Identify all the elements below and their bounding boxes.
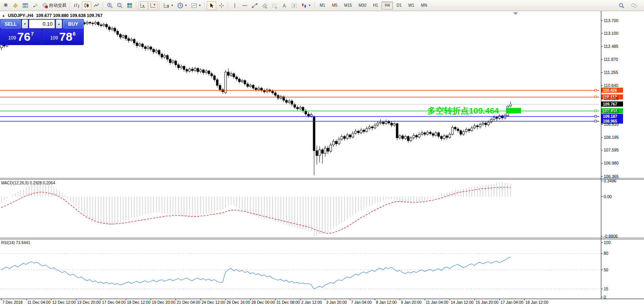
chevron-down-icon[interactable]: ▼ (198, 4, 201, 7)
tile-windows-button[interactable] (125, 1, 134, 10)
zoom-out-button[interactable] (115, 1, 125, 10)
cursor-button[interactable] (207, 1, 216, 10)
timeframe-m5-button[interactable]: M5 (329, 2, 341, 9)
svg-text:110.640: 110.640 (604, 83, 618, 88)
label-tool-button[interactable]: T (289, 1, 299, 10)
candle-chart-button[interactable] (82, 1, 91, 10)
timeframe-w1-button[interactable]: W1 (405, 2, 417, 9)
svg-text:107.595: 107.595 (604, 148, 619, 152)
mt4-window: 单自动交易▼▼▼EFAT▼M1M5M15M30H1H4D1W1MN 110.42… (0, 0, 644, 307)
macd-indicator-label: MACD(12,26,9) 0.2928 0.2064 (1, 181, 55, 185)
buy-price-pip: 6 (73, 31, 76, 45)
search-button[interactable] (617, 1, 626, 10)
lot-increase-button[interactable]: ▲ (56, 19, 62, 28)
buy-price-display[interactable]: 109 78 6 (42, 29, 83, 45)
toolbar-separator (159, 2, 160, 9)
new-order-cut-button[interactable]: 单 (1, 1, 10, 10)
signal-button[interactable] (30, 1, 40, 10)
chevron-down-icon[interactable]: ▼ (308, 4, 311, 7)
svg-text:9 Jan 20:00: 9 Jan 20:00 (401, 300, 422, 305)
chart-shift-button[interactable] (148, 1, 158, 10)
svg-text:106.980: 106.980 (604, 161, 619, 165)
auto-trading-button[interactable]: 自动交易 (40, 1, 68, 10)
text-a-icon: A (281, 2, 287, 9)
svg-text:7 Dec 2018: 7 Dec 2018 (2, 300, 23, 305)
gold-doc-icon (12, 2, 19, 9)
timeframe-d1-button[interactable]: D1 (393, 2, 405, 9)
collapse-panel-icon[interactable]: ▲ (2, 14, 5, 17)
ohlc-values: 109.677 109.880 109.638 109.767 (36, 13, 102, 18)
timeframe-mn-button[interactable]: MN (418, 2, 431, 9)
svg-text:18 Jan 12:00: 18 Jan 12:00 (525, 300, 548, 305)
chart-canvas[interactable]: 110.426110.112109.767109.464109.187108.9… (0, 0, 644, 307)
price-lines-layer: 110.426110.112109.767109.464109.187108.9… (0, 88, 623, 124)
new-order-button[interactable] (11, 1, 20, 10)
sell-button[interactable]: SELL (0, 19, 21, 28)
svg-text:-0.8806: -0.8806 (604, 234, 618, 239)
rsi-line (1, 257, 510, 289)
timeframe-m15-button[interactable]: M15 (341, 2, 355, 9)
chevron-down-icon[interactable]: ▼ (171, 4, 174, 7)
toolbar-separator (314, 2, 315, 9)
toolbar-separator (204, 2, 205, 9)
svg-text:11 Dec 04:00: 11 Dec 04:00 (27, 300, 51, 305)
autoscroll-icon (140, 2, 146, 9)
svg-text:18 Dec 12:00: 18 Dec 12:00 (127, 300, 151, 305)
symbol-period-label: USDJPY-,H4 (8, 13, 33, 18)
templates-button[interactable]: ▼ (189, 1, 203, 10)
sell-price-display[interactable]: 109 76 7 (0, 29, 42, 45)
trendline-tool-button[interactable] (250, 1, 259, 10)
svg-text:3 Jan 20:00: 3 Jan 20:00 (326, 300, 347, 305)
channel-tool-button[interactable]: E (260, 1, 269, 10)
clock-icon (177, 2, 183, 9)
auto-scroll-button[interactable] (138, 1, 148, 10)
fibonacci-tool-button[interactable]: F (270, 1, 279, 10)
channel-icon: E (261, 2, 268, 9)
svg-text:113.100: 113.100 (604, 31, 618, 36)
rsi-layer (0, 254, 599, 289)
crosshair-button[interactable] (217, 1, 226, 10)
svg-text:15 Jan 20:00: 15 Jan 20:00 (476, 300, 499, 305)
sell-price-pip: 7 (31, 31, 34, 45)
arrows-icon (301, 2, 307, 9)
indicators-list-button[interactable]: ▼ (162, 1, 175, 10)
template-icon (191, 2, 197, 9)
lot-decrease-button[interactable]: ▼ (22, 19, 28, 28)
arrows-tool-button[interactable]: ▼ (299, 1, 313, 10)
tiles-icon (127, 2, 133, 9)
svg-text:0.3486: 0.3486 (604, 178, 616, 183)
svg-text:T: T (293, 4, 295, 8)
svg-text:7 Jan 04:00: 7 Jan 04:00 (351, 300, 372, 305)
cursor-icon (208, 2, 215, 9)
vertical-line-tool-button[interactable] (230, 1, 240, 10)
chart-title: ▲ USDJPY-,H4 109.677 109.880 109.638 109… (2, 13, 102, 18)
timeframe-h1-button[interactable]: H1 (370, 2, 381, 9)
svg-text:109.410: 109.410 (604, 109, 619, 114)
timeframe-m1-button[interactable]: M1 (317, 2, 329, 9)
text-tool-button[interactable]: A (280, 1, 289, 10)
buy-button[interactable]: BUY (63, 19, 83, 28)
line-chart-button[interactable] (92, 1, 101, 10)
lot-size-input[interactable] (29, 19, 55, 28)
chart-window-button[interactable] (21, 1, 30, 10)
zoom-in-button[interactable] (105, 1, 115, 10)
chat-button[interactable] (629, 1, 639, 10)
svg-text:28 Dec 00:00: 28 Dec 00:00 (251, 300, 275, 305)
svg-text:15: 15 (604, 286, 608, 291)
periods-button[interactable]: ▼ (176, 1, 189, 10)
bar-chart-button[interactable] (72, 1, 81, 10)
timeframe-m30-button[interactable]: M30 (355, 2, 369, 9)
candles-icon (83, 2, 90, 9)
svg-text:50: 50 (604, 267, 608, 272)
sell-price-main: 76 (17, 29, 30, 45)
timeframe-h4-button[interactable]: H4 (381, 2, 393, 9)
auto-trading-label: 自动交易 (49, 2, 66, 8)
horizontal-line-tool-button[interactable] (240, 1, 249, 10)
toolbar-separator (228, 2, 229, 9)
toolbar-right-group (617, 1, 643, 10)
zoom-in-icon (107, 2, 113, 9)
pivot-annotation-text: 多空转折点109.464 (427, 106, 499, 116)
chevron-down-icon[interactable]: ▼ (185, 4, 187, 7)
svg-text:8 Jan 12:00: 8 Jan 12:00 (376, 300, 397, 305)
chart-shift-marker-icon (513, 12, 518, 15)
